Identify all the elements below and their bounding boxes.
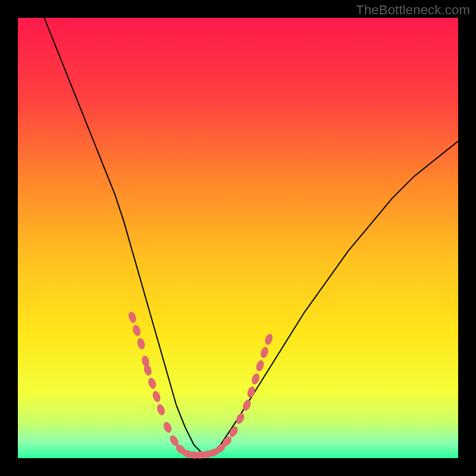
- highlight-dot: [136, 337, 146, 350]
- highlight-dot: [127, 311, 137, 324]
- highlight-dot: [131, 324, 142, 337]
- highlight-dot: [156, 403, 167, 416]
- highlight-dot: [246, 386, 256, 399]
- highlight-dot: [255, 359, 265, 372]
- plot-area: [18, 18, 458, 458]
- highlight-dot: [259, 346, 270, 359]
- highlight-dot: [147, 377, 157, 390]
- highlight-dot: [162, 421, 173, 434]
- curve-svg: [18, 18, 458, 458]
- highlight-dot: [234, 412, 246, 425]
- highlight-dots-group: [127, 311, 274, 459]
- watermark-text: TheBottleneck.com: [356, 2, 470, 18]
- chart-frame: TheBottleneck.com: [0, 0, 476, 476]
- highlight-dot: [151, 390, 161, 403]
- highlight-dot: [264, 333, 274, 346]
